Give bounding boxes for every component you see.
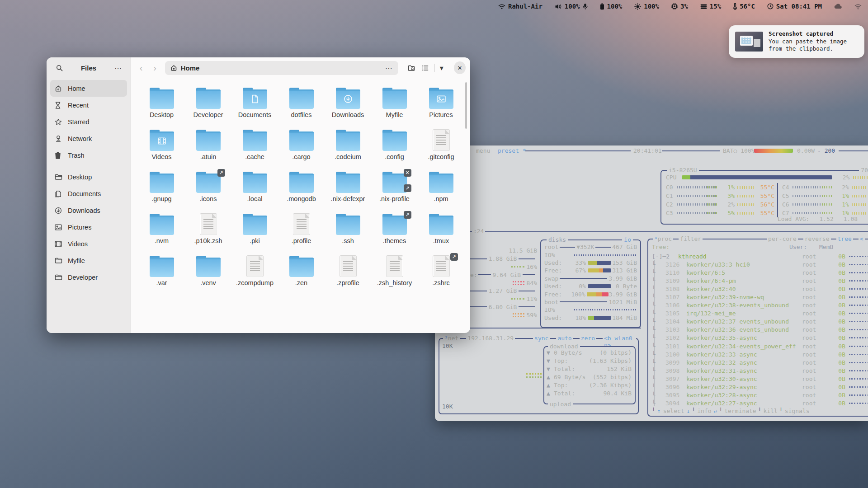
sidebar-item-network[interactable]: Network xyxy=(50,130,127,147)
file-item[interactable]: .zen xyxy=(278,253,325,296)
volume-applet[interactable]: 100% xyxy=(555,3,588,10)
file-item[interactable]: .profile xyxy=(278,211,325,253)
file-item[interactable]: Downloads xyxy=(325,85,371,127)
file-item[interactable]: ↗.themes xyxy=(371,211,418,253)
sidebar-item-downloads[interactable]: Downloads xyxy=(50,202,127,219)
process-row[interactable]: └3103kworker/u32:36-events_unboundroot0B xyxy=(652,326,868,334)
file-item[interactable]: .var xyxy=(138,253,185,296)
process-row[interactable]: └3105irq/132-mei_meroot0B xyxy=(652,310,868,318)
file-item[interactable]: .mongodb xyxy=(278,169,325,211)
file-item[interactable]: .gitconfig xyxy=(418,127,464,169)
btop-preset-button[interactable]: preset * xyxy=(496,147,528,154)
sidebar-item-home[interactable]: Home xyxy=(50,80,127,97)
weather-applet[interactable] xyxy=(834,4,842,9)
select-hint[interactable]: select xyxy=(663,408,684,414)
file-item[interactable]: .atuin xyxy=(185,127,231,169)
disks-io-toggle[interactable]: io xyxy=(622,236,633,243)
file-item[interactable]: ✕↗.nix-profile xyxy=(371,169,418,211)
process-row[interactable]: └3108kworker/u32:40root0B xyxy=(652,285,868,293)
path-menu-button[interactable]: ⋯ xyxy=(385,64,393,72)
process-row[interactable]: └3126kworker/u33:3-hci0root0B xyxy=(652,260,868,268)
file-item[interactable]: Pictures xyxy=(418,85,464,127)
file-item[interactable]: .zcompdump xyxy=(231,253,278,296)
process-row[interactable]: └3095kworker/u32:28-asyncroot0B xyxy=(652,391,868,399)
btop-menu-button[interactable]: menu xyxy=(475,147,491,154)
process-row[interactable]: └3099kworker/u32:32-asyncroot0B xyxy=(652,358,868,366)
path-bar[interactable]: Home ⋯ xyxy=(165,61,398,75)
brightness-applet[interactable]: 100% xyxy=(634,3,659,10)
process-row[interactable]: └3094kworker/u32:27-asyncroot0B xyxy=(652,399,868,408)
file-item[interactable]: Developer xyxy=(185,85,231,127)
file-item[interactable]: .npm xyxy=(418,169,464,211)
sidebar-item-trash[interactable]: Trash xyxy=(50,147,127,164)
file-item[interactable]: Documents xyxy=(231,85,278,127)
file-item[interactable]: .zsh_history xyxy=(371,253,418,296)
wifi-network-applet[interactable]: Rahul-Air xyxy=(498,3,542,10)
process-row[interactable]: └3110kworker/6:5root0B xyxy=(652,268,868,277)
file-item[interactable]: .config xyxy=(371,127,418,169)
process-row[interactable]: └3097kworker/u32:30-asyncroot0B xyxy=(652,375,868,383)
process-row[interactable]: [-]─2kthreaddroot0B xyxy=(652,252,868,260)
new-tab-folder-icon[interactable] xyxy=(406,61,418,74)
sidebar-item-myfile[interactable]: Myfile xyxy=(50,252,127,269)
kill-button[interactable]: kill xyxy=(764,408,778,414)
process-row[interactable]: └3102kworker/u32:35-asyncroot0B xyxy=(652,334,868,342)
forward-button[interactable]: › xyxy=(149,63,160,73)
file-item[interactable]: dotfiles xyxy=(278,85,325,127)
process-row[interactable]: └3104kworker/u32:37-events_unboundroot0B xyxy=(652,318,868,326)
file-item[interactable]: .tmux xyxy=(418,211,464,253)
list-view-toggle-icon[interactable] xyxy=(419,61,432,74)
close-button[interactable]: ✕ xyxy=(454,61,466,74)
process-row[interactable]: └3096kworker/u32:29-asyncroot0B xyxy=(652,383,868,391)
file-item[interactable]: .local xyxy=(231,169,278,211)
process-row[interactable]: └3106kworker/u32:38-events_unboundroot0B xyxy=(652,301,868,310)
file-item[interactable]: Videos xyxy=(138,127,185,169)
file-item[interactable]: ↗.zshrc xyxy=(418,253,464,296)
terminal-window[interactable]: menu preset * 20:41:01 BAT○ 100% 0.00W -… xyxy=(435,145,868,421)
process-row[interactable]: └3100kworker/u32:33-asyncroot0B xyxy=(652,350,868,358)
process-row[interactable]: └3098kworker/u32:31-asyncroot0B xyxy=(652,366,868,375)
cpu-usage-applet[interactable]: 3% xyxy=(671,3,688,10)
process-row[interactable]: └3107kworker/u32:39-nvme-wqroot0B xyxy=(652,293,868,301)
sidebar-item-developer[interactable]: Developer xyxy=(50,269,127,286)
sidebar-item-pictures[interactable]: Pictures xyxy=(50,219,127,235)
sidebar-item-documents[interactable]: Documents xyxy=(50,185,127,202)
sidebar-item-desktop[interactable]: Desktop xyxy=(50,169,127,185)
search-icon[interactable] xyxy=(53,61,66,74)
terminate-button[interactable]: terminate xyxy=(724,408,756,414)
scrollbar[interactable] xyxy=(465,82,467,129)
sidebar-item-recent[interactable]: Recent xyxy=(50,97,127,113)
process-row[interactable]: └3101kworker/u32:34-events_power_effroot… xyxy=(652,342,868,350)
memory-usage-applet[interactable]: 15% xyxy=(700,3,721,10)
file-item[interactable]: .codeium xyxy=(325,127,371,169)
proc-prev-sort[interactable]: < xyxy=(859,235,865,242)
file-item[interactable]: .nvm xyxy=(138,211,185,253)
file-item[interactable]: .pki xyxy=(231,211,278,253)
view-options-dropdown[interactable]: ▾ xyxy=(438,61,446,74)
file-item[interactable]: ↗.icons xyxy=(185,169,231,211)
file-item[interactable]: .cargo xyxy=(278,127,325,169)
wifi-signal-applet[interactable] xyxy=(854,4,862,9)
info-button[interactable]: info xyxy=(697,408,711,414)
clock-applet[interactable]: Sat 08:41 PM xyxy=(767,3,822,10)
file-item[interactable]: .ssh xyxy=(325,211,371,253)
file-item[interactable]: .zprofile xyxy=(325,253,371,296)
signals-button[interactable]: signals xyxy=(785,408,810,414)
files-window[interactable]: Files ⋯ HomeRecentStarredNetworkTrashDes… xyxy=(47,57,470,333)
file-item[interactable]: .nix-defexpr xyxy=(325,169,371,211)
battery-applet[interactable]: 100% xyxy=(600,3,623,10)
proc-filter-button[interactable]: filter xyxy=(679,235,703,242)
sidebar-item-starred[interactable]: Starred xyxy=(50,113,127,130)
file-item[interactable]: .gnupg xyxy=(138,169,185,211)
file-item[interactable]: Myfile xyxy=(371,85,418,127)
proc-percore-toggle[interactable]: per-core xyxy=(767,235,798,242)
file-item[interactable]: Desktop xyxy=(138,85,185,127)
sidebar-item-videos[interactable]: Videos xyxy=(50,235,127,252)
temperature-applet[interactable]: 56°C xyxy=(733,3,755,10)
file-item[interactable]: .cache xyxy=(231,127,278,169)
file-item[interactable]: .venv xyxy=(185,253,231,296)
process-row[interactable]: └3109kworker/6:4-pmroot0B xyxy=(652,277,868,285)
proc-reverse-toggle[interactable]: reverse xyxy=(803,235,831,242)
proc-tree-toggle[interactable]: tree xyxy=(836,235,853,242)
back-button[interactable]: ‹ xyxy=(136,63,146,73)
